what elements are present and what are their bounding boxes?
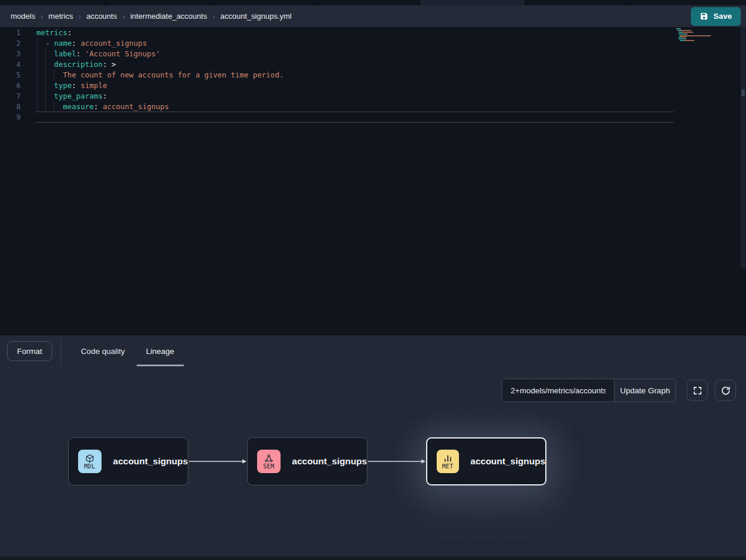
badge-label: MET [442, 463, 453, 470]
line-number: 6 [0, 80, 21, 91]
breadcrumb: models›metrics›accounts›intermediate_acc… [11, 12, 292, 21]
mdl-badge: MDL [78, 450, 102, 473]
indent-guide [54, 70, 55, 80]
top-tab[interactable] [525, 0, 630, 5]
lineage-selector-input[interactable] [502, 379, 615, 402]
fullscreen-button[interactable] [687, 380, 708, 401]
format-button[interactable]: Format [7, 341, 52, 361]
top-tab[interactable] [105, 0, 210, 5]
indent-guide [37, 38, 38, 112]
tab-code-quality[interactable]: Code quality [80, 335, 126, 367]
lineage-node-label: account_signups [113, 456, 188, 467]
code-line[interactable]: 7 type_params: [0, 91, 675, 102]
lineage-canvas[interactable]: MDLaccount_signupsSEMaccount_signupsMETa… [0, 367, 746, 556]
active-line-border [35, 112, 674, 112]
share-nodes-icon [264, 454, 274, 463]
breadcrumb-item[interactable]: models [11, 12, 35, 21]
bottom-strip [0, 556, 746, 560]
top-tab[interactable] [420, 0, 525, 5]
code-line[interactable]: 5 The count of new accounts for a given … [0, 70, 675, 80]
indent-guide [45, 49, 46, 112]
scrollbar-thumb[interactable] [741, 89, 745, 96]
top-tab[interactable] [0, 0, 104, 5]
met-badge: MET [437, 450, 459, 473]
line-number: 8 [0, 102, 21, 112]
active-line-border [35, 122, 674, 123]
chevron-right-icon: › [212, 12, 215, 21]
code-line[interactable]: 9 [0, 112, 675, 123]
line-number: 7 [0, 91, 21, 102]
line-number: 3 [0, 49, 21, 59]
line-number: 1 [0, 28, 21, 38]
code-line[interactable]: 1metrics: [0, 28, 675, 38]
line-number: 9 [0, 112, 21, 123]
code-line[interactable]: 6 type: simple [0, 80, 675, 91]
top-tab[interactable] [315, 0, 420, 5]
code-editor[interactable]: 1metrics:2 - name: account_signups3 labe… [0, 27, 746, 335]
lineage-node-label: account_signups [292, 456, 367, 467]
line-number: 5 [0, 70, 21, 80]
lineage-selector-group: Update Graph [502, 379, 676, 402]
indent-guide [54, 102, 55, 112]
bar-chart-icon [443, 454, 453, 463]
lineage-node-label: account_signups [471, 456, 545, 467]
top-tab[interactable] [210, 0, 315, 5]
code-line[interactable]: 3 label: 'Account Signups' [0, 49, 675, 59]
breadcrumb-item[interactable]: intermediate_accounts [130, 12, 207, 21]
lineage-node-met[interactable]: METaccount_signups [426, 437, 546, 485]
lineage-node-mdl[interactable]: MDLaccount_signups [68, 437, 188, 485]
editor-scrollbar[interactable] [741, 27, 745, 269]
panel-tabs: Code qualityLineage [80, 335, 175, 367]
tab-lineage[interactable]: Lineage [145, 335, 175, 367]
top-tab[interactable] [630, 0, 746, 5]
minimap[interactable] [676, 28, 738, 43]
chevron-right-icon: › [122, 12, 125, 21]
lineage-node-sem[interactable]: SEMaccount_signups [247, 437, 367, 485]
browser-tabstrip [0, 0, 746, 5]
fullscreen-icon [693, 386, 703, 396]
sem-badge: SEM [257, 450, 281, 473]
code-line[interactable]: 8 measure: account_signups [0, 102, 675, 112]
breadcrumb-item[interactable]: accounts [86, 12, 117, 21]
line-number: 2 [0, 38, 21, 49]
save-icon [700, 12, 708, 21]
bottom-panel-header: Format Code qualityLineage [0, 335, 746, 367]
chevron-right-icon: › [78, 12, 81, 21]
line-number: 4 [0, 59, 21, 70]
refresh-icon [721, 386, 731, 396]
refresh-button[interactable] [715, 380, 736, 401]
save-label: Save [713, 12, 732, 21]
badge-label: SEM [263, 463, 274, 470]
divider [60, 338, 61, 365]
chevron-right-icon: › [40, 12, 43, 21]
editor-header: models›metrics›accounts›intermediate_acc… [0, 5, 746, 27]
breadcrumb-item[interactable]: metrics [49, 12, 73, 21]
code-line[interactable]: 2 - name: account_signups [0, 38, 675, 49]
save-button[interactable]: Save [691, 7, 741, 26]
breadcrumb-item[interactable]: account_signups.yml [220, 12, 291, 21]
badge-label: MDL [84, 463, 95, 470]
code-lines: 1metrics:2 - name: account_signups3 labe… [0, 28, 675, 123]
code-line[interactable]: 4 description: > [0, 59, 675, 70]
cube-icon [85, 454, 94, 463]
app-root: models›metrics›accounts›intermediate_acc… [0, 0, 746, 560]
update-graph-button[interactable]: Update Graph [615, 379, 676, 402]
